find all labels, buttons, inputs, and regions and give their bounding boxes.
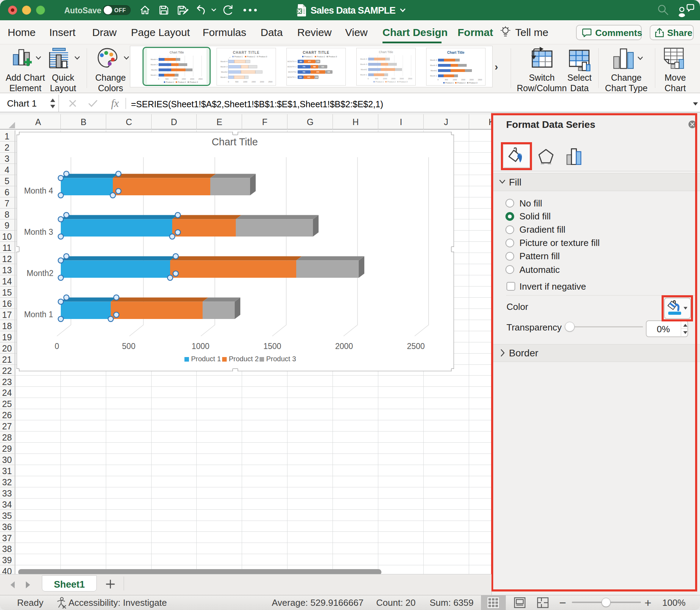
svg-text:MONTH 4: MONTH 4 <box>287 60 297 63</box>
svg-text:Product 1: Product 1 <box>304 56 313 58</box>
svg-text:CHART TITLE: CHART TITLE <box>303 51 330 55</box>
svg-text:2500: 2500 <box>408 78 412 80</box>
svg-text:278: 278 <box>316 61 319 63</box>
svg-text:Product 3: Product 3 <box>469 82 477 84</box>
svg-text:1500: 1500 <box>461 79 465 81</box>
svg-text:Month 1: Month 1 <box>151 74 158 76</box>
svg-text:2500: 2500 <box>478 79 482 81</box>
svg-text:Month 4: Month 4 <box>360 58 367 60</box>
svg-text:677: 677 <box>308 61 311 63</box>
svg-text:Month2: Month2 <box>361 68 367 71</box>
svg-text:500: 500 <box>235 81 238 83</box>
svg-text:Product 1: Product 1 <box>166 81 174 83</box>
svg-text:Product 1: Product 1 <box>445 82 454 84</box>
svg-text:2000: 2000 <box>260 81 264 83</box>
svg-text:0: 0 <box>437 79 438 81</box>
svg-text:1000: 1000 <box>191 342 209 351</box>
svg-text:CHART TITLE: CHART TITLE <box>233 51 260 55</box>
svg-text:0: 0 <box>228 81 229 83</box>
svg-text:Month 3: Month 3 <box>151 64 158 66</box>
svg-text:Product 2: Product 2 <box>178 81 186 83</box>
svg-text:500: 500 <box>445 79 448 81</box>
svg-text:0: 0 <box>158 78 159 80</box>
svg-text:500: 500 <box>375 78 378 80</box>
svg-text:345: 345 <box>299 77 302 78</box>
svg-text:Product 3: Product 3 <box>266 355 296 363</box>
svg-text:876: 876 <box>316 71 319 73</box>
svg-text:Month 4: Month 4 <box>24 186 53 195</box>
svg-text:Product 2: Product 2 <box>247 56 255 58</box>
svg-text:Chart Title: Chart Title <box>169 51 184 54</box>
svg-text:Month2: Month2 <box>431 70 437 72</box>
svg-text:Chart Title: Chart Title <box>447 51 465 55</box>
svg-text:498: 498 <box>313 66 316 68</box>
svg-text:Month2: Month2 <box>27 269 53 278</box>
svg-text:1500: 1500 <box>251 81 256 83</box>
svg-text:Month2: Month2 <box>221 71 227 73</box>
svg-text:Chart Title: Chart Title <box>379 50 393 54</box>
svg-text:2500: 2500 <box>198 78 203 80</box>
svg-text:Product 3: Product 3 <box>190 81 198 83</box>
svg-text:2500: 2500 <box>407 342 425 351</box>
svg-text:2000: 2000 <box>335 342 353 351</box>
svg-text:500: 500 <box>122 342 135 351</box>
svg-text:Product 1: Product 1 <box>191 355 221 363</box>
svg-text:228: 228 <box>315 77 318 78</box>
svg-text:775: 775 <box>302 66 305 68</box>
svg-text:Product 2: Product 2 <box>457 82 466 84</box>
svg-text:Month 1: Month 1 <box>24 310 53 319</box>
svg-text:2000: 2000 <box>190 78 194 80</box>
svg-text:0: 0 <box>367 78 369 80</box>
svg-text:Month2: Month2 <box>151 69 158 71</box>
svg-text:2000: 2000 <box>469 79 474 81</box>
svg-text:533: 533 <box>321 66 324 68</box>
svg-text:1000: 1000 <box>383 78 387 80</box>
svg-text:MONTH 1: MONTH 1 <box>287 76 297 78</box>
svg-text:Month 3: Month 3 <box>430 64 437 66</box>
svg-text:1500: 1500 <box>391 78 395 80</box>
svg-text:Month 3: Month 3 <box>220 66 227 68</box>
svg-text:MONTH2: MONTH2 <box>288 71 297 73</box>
svg-text:Product 2: Product 2 <box>229 355 259 363</box>
svg-text:Chart Title: Chart Title <box>212 136 258 147</box>
svg-text:2000: 2000 <box>400 78 404 80</box>
svg-text:1500: 1500 <box>182 78 186 80</box>
svg-text:500: 500 <box>165 78 168 80</box>
svg-text:Month 3: Month 3 <box>360 63 367 65</box>
svg-text:MONTH 3: MONTH 3 <box>287 66 297 68</box>
svg-text:365: 365 <box>299 61 302 63</box>
svg-text:Product 3: Product 3 <box>259 56 267 58</box>
svg-text:Product 2: Product 2 <box>387 81 396 83</box>
svg-text:Month 3: Month 3 <box>24 227 53 237</box>
svg-text:1000: 1000 <box>243 81 247 83</box>
svg-text:765: 765 <box>302 71 305 73</box>
svg-text:Month 4: Month 4 <box>220 60 227 63</box>
svg-text:643: 643 <box>307 77 310 78</box>
svg-text:Month 4: Month 4 <box>430 59 437 61</box>
svg-text:1000: 1000 <box>453 79 457 81</box>
svg-text:Month 1: Month 1 <box>220 76 227 78</box>
svg-text:1500: 1500 <box>263 342 281 351</box>
svg-text:Product 2: Product 2 <box>317 56 325 58</box>
svg-text:2500: 2500 <box>268 81 272 83</box>
svg-text:Product 1: Product 1 <box>234 56 243 58</box>
svg-text:0: 0 <box>55 342 59 351</box>
svg-text:Product 3: Product 3 <box>399 81 408 83</box>
svg-text:Month 1: Month 1 <box>360 74 367 76</box>
svg-text:Month 1: Month 1 <box>430 75 437 77</box>
svg-text:436: 436 <box>327 71 330 73</box>
svg-text:Product 3: Product 3 <box>329 56 337 58</box>
svg-text:Product 1: Product 1 <box>375 81 384 83</box>
svg-text:Month 4: Month 4 <box>151 58 158 60</box>
svg-text:1000: 1000 <box>173 78 177 80</box>
